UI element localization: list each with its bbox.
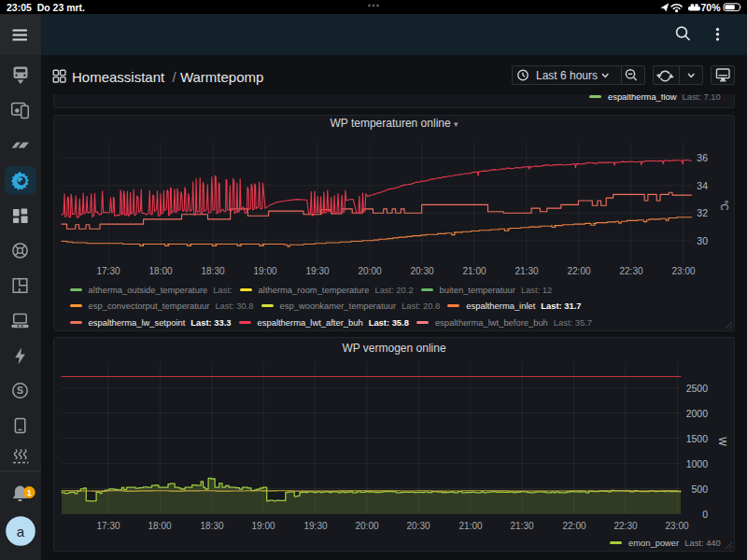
svg-text:W: W	[717, 437, 727, 446]
